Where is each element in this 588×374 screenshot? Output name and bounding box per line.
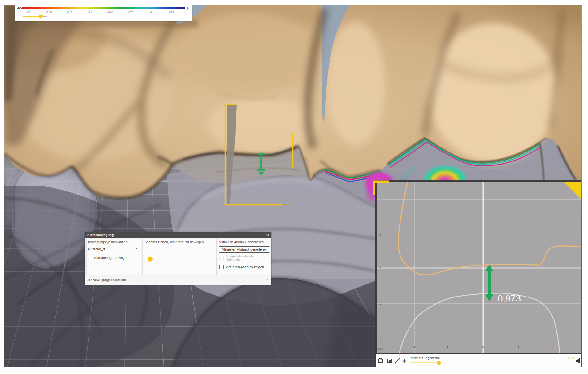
svg-text:2: 2 xyxy=(380,234,381,237)
svg-text:-0,03: -0,03 xyxy=(128,11,134,14)
svg-text:4: 4 xyxy=(413,346,415,349)
svg-text:0: 0 xyxy=(482,346,484,349)
svg-text:0,973: 0,973 xyxy=(498,293,521,303)
svg-text:2: 2 xyxy=(518,346,519,349)
svg-text:4: 4 xyxy=(552,346,553,349)
svg-text:4: 4 xyxy=(380,337,381,340)
svg-text:mm: mm xyxy=(378,347,383,350)
svg-text:Punkt auf Gegenzahn: Punkt auf Gegenzahn xyxy=(410,356,440,360)
svg-text:0: 0 xyxy=(380,267,381,270)
svg-text:0,03: 0,03 xyxy=(169,11,174,14)
svg-text:4: 4 xyxy=(380,198,381,201)
svg-text:-0,13: -0,13 xyxy=(67,11,72,14)
svg-text:0: 0 xyxy=(150,11,152,14)
svg-text:-0,06: -0,06 xyxy=(107,11,113,14)
svg-text:-0,1: -0,1 xyxy=(88,11,92,14)
svg-text:2: 2 xyxy=(380,302,381,305)
svg-text:2: 2 xyxy=(447,346,448,349)
svg-text:-0,2: -0,2 xyxy=(26,11,31,14)
svg-text:-0,16: -0,16 xyxy=(46,11,52,14)
